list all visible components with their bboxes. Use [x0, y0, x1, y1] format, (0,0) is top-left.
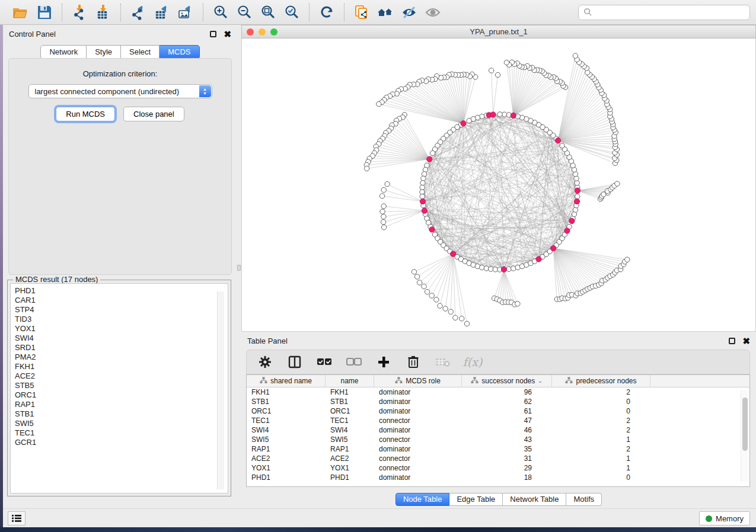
network-leaf-node[interactable] [438, 303, 442, 308]
memory-button[interactable]: Memory [699, 511, 750, 525]
table-float-panel-icon[interactable] [729, 338, 735, 344]
mcds-hub-node[interactable] [427, 156, 432, 162]
mcds-hub-node[interactable] [536, 257, 541, 262]
network-leaf-node[interactable] [381, 225, 386, 230]
network-node[interactable] [421, 176, 426, 181]
show-all-icon[interactable] [423, 3, 443, 22]
zoom-out-icon[interactable] [234, 3, 254, 22]
network-node[interactable] [484, 266, 489, 271]
mcds-result-item[interactable]: PHD1 [15, 286, 228, 296]
refresh-icon[interactable] [317, 3, 337, 22]
gear-icon[interactable] [256, 353, 274, 371]
float-panel-icon[interactable] [210, 31, 216, 37]
table-row[interactable]: PHD1PHD1dominator180 [247, 473, 749, 482]
network-leaf-node[interactable] [425, 289, 429, 294]
mcds-hub-node[interactable] [422, 208, 427, 213]
mcds-result-item[interactable]: STB1 [15, 409, 228, 419]
network-node[interactable] [489, 267, 493, 271]
network-leaf-node[interactable] [380, 209, 385, 214]
column-header-predecessor-nodes[interactable]: predecessor nodes [552, 375, 650, 387]
network-node[interactable] [502, 112, 506, 117]
mcds-result-item[interactable]: SWI4 [15, 334, 228, 343]
network-leaf-node[interactable] [464, 321, 469, 326]
table-row[interactable]: SWI4SWI4dominator462 [247, 425, 749, 435]
import-table-icon[interactable] [93, 3, 113, 22]
mcds-result-item[interactable]: ACE2 [15, 371, 228, 381]
network-node[interactable] [511, 266, 516, 271]
network-leaf-node[interactable] [448, 309, 453, 314]
network-leaf-node[interactable] [453, 315, 458, 320]
table-close-panel-icon[interactable]: ✖ [742, 338, 750, 344]
mcds-result-item[interactable]: YOX1 [15, 324, 228, 334]
mcds-hub-node[interactable] [490, 112, 496, 117]
network-leaf-node[interactable] [364, 166, 369, 171]
mcds-result-item[interactable]: TEC1 [15, 428, 228, 438]
network-node[interactable] [497, 112, 502, 117]
mcds-result-item[interactable]: SRD1 [15, 343, 228, 352]
table-row[interactable]: SWI5SWI5connector431 [247, 435, 749, 444]
mcds-hub-node[interactable] [564, 228, 570, 233]
network-node[interactable] [420, 190, 425, 194]
add-column-icon[interactable] [375, 353, 393, 371]
mcds-hub-node[interactable] [511, 113, 516, 118]
table-row[interactable]: ORC1ORC1dominator610 [247, 406, 749, 416]
mcds-hub-node[interactable] [461, 121, 466, 126]
network-node[interactable] [420, 185, 425, 190]
network-leaf-node[interactable] [414, 274, 419, 279]
run-mcds-button[interactable]: Run MCDS [56, 107, 115, 121]
mcds-result-item[interactable]: STP4 [15, 305, 228, 315]
column-header-shared-name[interactable]: shared name [247, 375, 326, 387]
table-row[interactable]: ACE2ACE2connector311 [247, 454, 749, 463]
column-header-MCDS-role[interactable]: MCDS role [374, 375, 462, 387]
network-leaf-node[interactable] [489, 68, 493, 73]
first-neighbors-icon[interactable] [375, 3, 395, 22]
mcds-hub-node[interactable] [569, 218, 575, 223]
network-leaf-node[interactable] [381, 187, 386, 192]
mcds-result-item[interactable]: GCR1 [15, 438, 228, 447]
table-row[interactable]: STB1STB1dominator620 [247, 397, 749, 406]
mcds-hub-node[interactable] [420, 198, 425, 204]
network-node[interactable] [420, 181, 425, 185]
network-canvas[interactable] [241, 39, 756, 332]
table-scrollbar-thumb[interactable] [742, 398, 748, 451]
network-node[interactable] [422, 172, 426, 177]
network-leaf-node[interactable] [377, 101, 381, 106]
network-leaf-node[interactable] [625, 257, 630, 262]
zoom-fit-icon[interactable] [258, 3, 278, 22]
tab-network-table[interactable]: Network Table [503, 493, 566, 506]
close-panel-icon[interactable]: ✖ [224, 31, 231, 37]
network-leaf-node[interactable] [515, 302, 520, 306]
table-row[interactable]: YOX1YOX1connector291 [247, 463, 749, 473]
new-network-from-selection-icon[interactable] [352, 3, 372, 22]
show-panel-list-button[interactable] [8, 511, 25, 525]
network-leaf-node[interactable] [459, 316, 464, 321]
network-node[interactable] [493, 267, 497, 272]
network-leaf-node[interactable] [443, 306, 448, 311]
network-node[interactable] [573, 207, 578, 212]
network-node[interactable] [467, 118, 471, 123]
splitter-grip-icon[interactable] [237, 265, 241, 271]
mcds-hub-node[interactable] [451, 251, 456, 257]
network-leaf-node[interactable] [381, 204, 386, 209]
mcds-result-scrollbar[interactable] [217, 291, 224, 489]
table-scrollbar[interactable] [741, 390, 748, 482]
import-network-icon[interactable] [69, 3, 90, 22]
tab-select[interactable]: Select [121, 45, 160, 59]
save-icon[interactable] [34, 3, 55, 22]
column-header-name[interactable]: name [326, 375, 374, 387]
mcds-result-list[interactable]: PHD1CAR1STP4TID3YOX1SWI4SRD1PMA2FKH1ACE2… [10, 283, 228, 493]
column-layout-icon[interactable] [286, 353, 304, 371]
table-row[interactable]: RAP1RAP1dominator352 [247, 444, 749, 454]
mcds-result-item[interactable]: PMA2 [15, 352, 228, 362]
deselect-all-icon[interactable] [345, 353, 363, 371]
tab-mcds[interactable]: MCDS [160, 45, 199, 59]
network-leaf-node[interactable] [504, 60, 509, 65]
export-image-icon[interactable] [176, 3, 196, 22]
mcds-result-item[interactable]: ORC1 [15, 390, 228, 400]
hide-selected-icon[interactable] [399, 3, 419, 22]
search-box[interactable] [578, 5, 750, 20]
mcds-hub-node[interactable] [556, 138, 561, 143]
mcds-result-item[interactable]: CAR1 [15, 296, 228, 305]
network-leaf-node[interactable] [381, 220, 385, 225]
network-window-titlebar[interactable]: YPA_prune.txt_1 [241, 25, 756, 39]
